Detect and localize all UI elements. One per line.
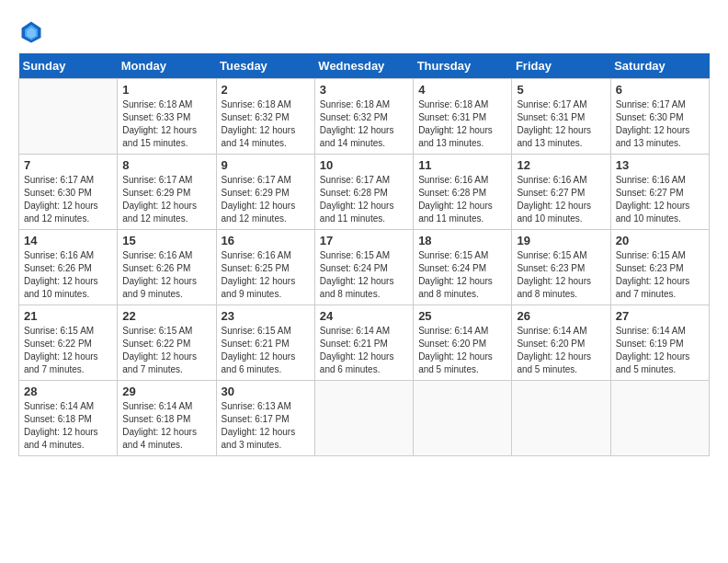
calendar-cell: 16Sunrise: 6:16 AM Sunset: 6:25 PM Dayli… xyxy=(216,230,314,305)
day-number: 13 xyxy=(616,158,704,172)
calendar-week-3: 14Sunrise: 6:16 AM Sunset: 6:26 PM Dayli… xyxy=(19,230,710,305)
calendar-cell: 3Sunrise: 6:18 AM Sunset: 6:32 PM Daylig… xyxy=(314,79,413,155)
day-number: 25 xyxy=(418,309,506,323)
day-number: 1 xyxy=(122,83,210,97)
calendar-table: SundayMondayTuesdayWednesdayThursdayFrid… xyxy=(18,53,710,456)
day-info: Sunrise: 6:14 AM Sunset: 6:18 PM Dayligh… xyxy=(24,400,112,452)
calendar-cell: 21Sunrise: 6:15 AM Sunset: 6:22 PM Dayli… xyxy=(19,305,118,381)
day-info: Sunrise: 6:16 AM Sunset: 6:28 PM Dayligh… xyxy=(418,174,506,225)
header-sunday: Sunday xyxy=(19,53,118,79)
day-info: Sunrise: 6:14 AM Sunset: 6:21 PM Dayligh… xyxy=(320,325,408,376)
day-info: Sunrise: 6:17 AM Sunset: 6:31 PM Dayligh… xyxy=(517,98,605,150)
header-wednesday: Wednesday xyxy=(314,53,413,79)
day-number: 19 xyxy=(517,234,605,247)
day-info: Sunrise: 6:16 AM Sunset: 6:27 PM Dayligh… xyxy=(517,174,605,225)
day-number: 16 xyxy=(222,234,310,247)
calendar-cell: 11Sunrise: 6:16 AM Sunset: 6:28 PM Dayli… xyxy=(414,155,512,230)
day-number: 3 xyxy=(320,83,408,97)
calendar-cell: 18Sunrise: 6:15 AM Sunset: 6:24 PM Dayli… xyxy=(414,230,512,305)
page-header xyxy=(18,18,710,44)
day-number: 14 xyxy=(24,234,112,247)
day-number: 21 xyxy=(24,309,112,323)
calendar-cell: 15Sunrise: 6:16 AM Sunset: 6:26 PM Dayli… xyxy=(118,230,216,305)
day-info: Sunrise: 6:13 AM Sunset: 6:17 PM Dayligh… xyxy=(222,400,310,452)
calendar-cell: 9Sunrise: 6:17 AM Sunset: 6:29 PM Daylig… xyxy=(216,155,314,230)
day-info: Sunrise: 6:14 AM Sunset: 6:20 PM Dayligh… xyxy=(418,325,506,376)
day-info: Sunrise: 6:15 AM Sunset: 6:22 PM Dayligh… xyxy=(24,325,112,376)
calendar-cell: 2Sunrise: 6:18 AM Sunset: 6:32 PM Daylig… xyxy=(216,79,314,155)
calendar-cell: 27Sunrise: 6:14 AM Sunset: 6:19 PM Dayli… xyxy=(610,305,709,381)
calendar-cell: 25Sunrise: 6:14 AM Sunset: 6:20 PM Dayli… xyxy=(414,305,512,381)
day-number: 24 xyxy=(320,309,408,323)
calendar-cell: 12Sunrise: 6:16 AM Sunset: 6:27 PM Dayli… xyxy=(512,155,610,230)
day-number: 28 xyxy=(24,385,112,398)
day-info: Sunrise: 6:16 AM Sunset: 6:26 PM Dayligh… xyxy=(122,249,210,301)
day-info: Sunrise: 6:17 AM Sunset: 6:28 PM Dayligh… xyxy=(320,174,408,225)
day-number: 20 xyxy=(616,234,704,247)
day-number: 26 xyxy=(517,309,605,323)
day-info: Sunrise: 6:17 AM Sunset: 6:29 PM Dayligh… xyxy=(122,174,210,225)
day-info: Sunrise: 6:18 AM Sunset: 6:32 PM Dayligh… xyxy=(320,98,408,150)
day-number: 18 xyxy=(418,234,506,247)
day-info: Sunrise: 6:16 AM Sunset: 6:25 PM Dayligh… xyxy=(222,249,310,301)
day-info: Sunrise: 6:15 AM Sunset: 6:23 PM Dayligh… xyxy=(517,249,605,301)
calendar-cell: 14Sunrise: 6:16 AM Sunset: 6:26 PM Dayli… xyxy=(19,230,118,305)
calendar-cell: 1Sunrise: 6:18 AM Sunset: 6:33 PM Daylig… xyxy=(118,79,216,155)
day-info: Sunrise: 6:15 AM Sunset: 6:23 PM Dayligh… xyxy=(616,249,704,301)
day-number: 7 xyxy=(24,158,112,172)
day-number: 5 xyxy=(517,83,605,97)
day-number: 9 xyxy=(222,158,310,172)
day-info: Sunrise: 6:14 AM Sunset: 6:19 PM Dayligh… xyxy=(616,325,704,376)
day-info: Sunrise: 6:17 AM Sunset: 6:29 PM Dayligh… xyxy=(222,174,310,225)
calendar-cell: 10Sunrise: 6:17 AM Sunset: 6:28 PM Dayli… xyxy=(314,155,413,230)
calendar-cell: 22Sunrise: 6:15 AM Sunset: 6:22 PM Dayli… xyxy=(118,305,216,381)
header-tuesday: Tuesday xyxy=(216,53,314,79)
calendar-cell: 24Sunrise: 6:14 AM Sunset: 6:21 PM Dayli… xyxy=(314,305,413,381)
calendar-cell xyxy=(512,381,610,456)
calendar-cell: 8Sunrise: 6:17 AM Sunset: 6:29 PM Daylig… xyxy=(118,155,216,230)
day-info: Sunrise: 6:18 AM Sunset: 6:32 PM Dayligh… xyxy=(222,98,310,150)
calendar-cell: 28Sunrise: 6:14 AM Sunset: 6:18 PM Dayli… xyxy=(19,381,118,456)
calendar-week-1: 1Sunrise: 6:18 AM Sunset: 6:33 PM Daylig… xyxy=(19,79,710,155)
header-monday: Monday xyxy=(118,53,216,79)
day-info: Sunrise: 6:16 AM Sunset: 6:26 PM Dayligh… xyxy=(24,249,112,301)
header-thursday: Thursday xyxy=(414,53,512,79)
day-number: 15 xyxy=(122,234,210,247)
day-info: Sunrise: 6:15 AM Sunset: 6:21 PM Dayligh… xyxy=(222,325,310,376)
day-number: 27 xyxy=(616,309,704,323)
calendar-cell: 29Sunrise: 6:14 AM Sunset: 6:18 PM Dayli… xyxy=(118,381,216,456)
calendar-cell: 30Sunrise: 6:13 AM Sunset: 6:17 PM Dayli… xyxy=(216,381,314,456)
calendar-cell: 4Sunrise: 6:18 AM Sunset: 6:31 PM Daylig… xyxy=(414,79,512,155)
day-number: 12 xyxy=(517,158,605,172)
calendar-cell xyxy=(610,381,709,456)
day-info: Sunrise: 6:17 AM Sunset: 6:30 PM Dayligh… xyxy=(24,174,112,225)
calendar-cell: 5Sunrise: 6:17 AM Sunset: 6:31 PM Daylig… xyxy=(512,79,610,155)
day-info: Sunrise: 6:14 AM Sunset: 6:18 PM Dayligh… xyxy=(122,400,210,452)
calendar-cell xyxy=(19,79,118,155)
day-info: Sunrise: 6:17 AM Sunset: 6:30 PM Dayligh… xyxy=(616,98,704,150)
calendar-cell: 7Sunrise: 6:17 AM Sunset: 6:30 PM Daylig… xyxy=(19,155,118,230)
header-saturday: Saturday xyxy=(610,53,709,79)
header-friday: Friday xyxy=(512,53,610,79)
calendar-week-2: 7Sunrise: 6:17 AM Sunset: 6:30 PM Daylig… xyxy=(19,155,710,230)
calendar-cell: 13Sunrise: 6:16 AM Sunset: 6:27 PM Dayli… xyxy=(610,155,709,230)
calendar-cell: 20Sunrise: 6:15 AM Sunset: 6:23 PM Dayli… xyxy=(610,230,709,305)
calendar-cell: 26Sunrise: 6:14 AM Sunset: 6:20 PM Dayli… xyxy=(512,305,610,381)
day-number: 11 xyxy=(418,158,506,172)
day-number: 23 xyxy=(222,309,310,323)
day-number: 29 xyxy=(122,385,210,398)
day-info: Sunrise: 6:14 AM Sunset: 6:20 PM Dayligh… xyxy=(517,325,605,376)
day-info: Sunrise: 6:15 AM Sunset: 6:24 PM Dayligh… xyxy=(320,249,408,301)
calendar-header-row: SundayMondayTuesdayWednesdayThursdayFrid… xyxy=(19,53,710,79)
calendar-week-4: 21Sunrise: 6:15 AM Sunset: 6:22 PM Dayli… xyxy=(19,305,710,381)
day-number: 8 xyxy=(122,158,210,172)
day-info: Sunrise: 6:15 AM Sunset: 6:22 PM Dayligh… xyxy=(122,325,210,376)
day-number: 22 xyxy=(122,309,210,323)
day-number: 17 xyxy=(320,234,408,247)
day-number: 4 xyxy=(418,83,506,97)
calendar-week-5: 28Sunrise: 6:14 AM Sunset: 6:18 PM Dayli… xyxy=(19,381,710,456)
logo xyxy=(18,18,48,44)
day-number: 2 xyxy=(222,83,310,97)
calendar-cell xyxy=(414,381,512,456)
day-number: 6 xyxy=(616,83,704,97)
